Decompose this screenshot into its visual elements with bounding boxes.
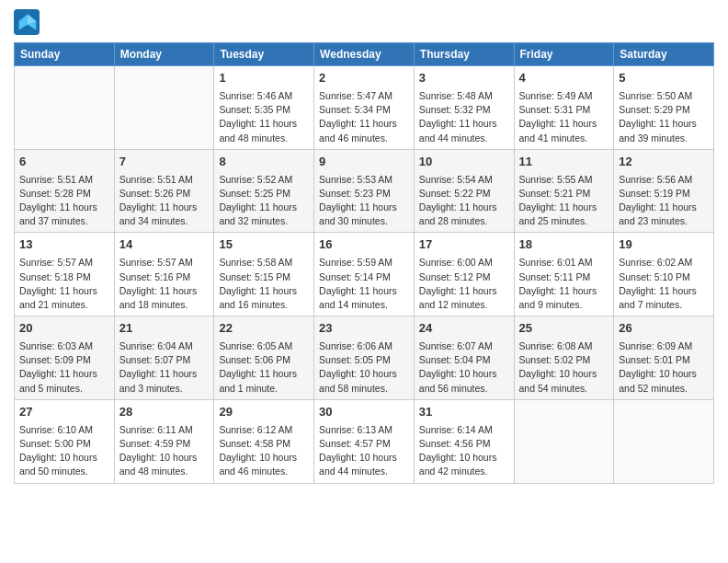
calendar-cell: 2Sunrise: 5:47 AMSunset: 5:34 PMDaylight… xyxy=(314,66,415,150)
col-header-monday: Monday xyxy=(114,43,214,66)
day-info: Daylight: 11 hours and 21 minutes. xyxy=(19,284,109,312)
calendar-cell: 27Sunrise: 6:10 AMSunset: 5:00 PMDayligh… xyxy=(15,399,115,483)
day-number: 29 xyxy=(219,404,309,421)
day-info: Sunset: 5:10 PM xyxy=(619,270,709,284)
day-info: Sunrise: 5:51 AM xyxy=(19,173,109,187)
day-info: Daylight: 11 hours and 32 minutes. xyxy=(219,201,309,228)
calendar-cell: 31Sunrise: 6:14 AMSunset: 4:56 PMDayligh… xyxy=(414,399,514,483)
day-info: Daylight: 11 hours and 14 minutes. xyxy=(319,284,409,312)
day-info: Sunset: 4:56 PM xyxy=(419,437,509,451)
day-info: Daylight: 11 hours and 3 minutes. xyxy=(119,367,210,395)
col-header-thursday: Thursday xyxy=(414,43,514,66)
day-info: Sunset: 5:31 PM xyxy=(519,103,609,117)
day-info: Daylight: 11 hours and 25 minutes. xyxy=(519,201,609,228)
day-number: 31 xyxy=(419,404,509,421)
day-info: Daylight: 10 hours and 48 minutes. xyxy=(119,451,210,478)
day-info: Daylight: 11 hours and 46 minutes. xyxy=(319,117,409,144)
calendar-cell: 24Sunrise: 6:07 AMSunset: 5:04 PMDayligh… xyxy=(414,316,514,400)
day-info: Sunset: 5:11 PM xyxy=(519,270,609,284)
calendar-cell xyxy=(614,399,714,483)
day-info: Sunset: 4:57 PM xyxy=(319,437,409,451)
day-info: Sunrise: 6:12 AM xyxy=(219,423,309,437)
day-info: Sunrise: 5:47 AM xyxy=(319,89,409,103)
day-info: Daylight: 10 hours and 50 minutes. xyxy=(19,451,109,478)
day-info: Daylight: 11 hours and 7 minutes. xyxy=(619,284,709,312)
day-number: 30 xyxy=(319,404,409,421)
day-number: 15 xyxy=(219,236,309,254)
day-info: Sunset: 5:09 PM xyxy=(19,353,109,367)
calendar-cell xyxy=(514,399,614,483)
day-info: Sunrise: 5:50 AM xyxy=(619,89,709,103)
day-info: Sunrise: 6:03 AM xyxy=(19,339,109,353)
day-info: Sunset: 5:12 PM xyxy=(419,270,509,284)
day-number: 3 xyxy=(419,70,509,87)
day-info: Sunset: 5:35 PM xyxy=(219,103,309,117)
calendar-cell: 10Sunrise: 5:54 AMSunset: 5:22 PMDayligh… xyxy=(414,149,514,233)
calendar-cell: 3Sunrise: 5:48 AMSunset: 5:32 PMDaylight… xyxy=(414,66,514,150)
day-info: Sunrise: 5:52 AM xyxy=(219,173,309,187)
calendar-cell: 29Sunrise: 6:12 AMSunset: 4:58 PMDayligh… xyxy=(214,399,314,483)
calendar-cell: 9Sunrise: 5:53 AMSunset: 5:23 PMDaylight… xyxy=(314,149,415,233)
calendar-cell: 15Sunrise: 5:58 AMSunset: 5:15 PMDayligh… xyxy=(214,233,314,316)
day-number: 7 xyxy=(119,154,210,171)
calendar-cell: 23Sunrise: 6:06 AMSunset: 5:05 PMDayligh… xyxy=(314,316,415,400)
calendar-cell: 4Sunrise: 5:49 AMSunset: 5:31 PMDaylight… xyxy=(514,66,614,150)
day-info: Sunset: 5:14 PM xyxy=(319,270,409,284)
calendar-cell: 13Sunrise: 5:57 AMSunset: 5:18 PMDayligh… xyxy=(15,233,115,316)
day-info: Sunrise: 6:04 AM xyxy=(119,339,210,353)
day-info: Sunrise: 5:46 AM xyxy=(219,89,309,103)
day-info: Sunrise: 5:48 AM xyxy=(419,89,509,103)
day-info: Daylight: 11 hours and 18 minutes. xyxy=(119,284,210,312)
day-info: Daylight: 11 hours and 37 minutes. xyxy=(19,201,109,228)
calendar-week-5: 27Sunrise: 6:10 AMSunset: 5:00 PMDayligh… xyxy=(15,399,714,483)
calendar-cell: 20Sunrise: 6:03 AMSunset: 5:09 PMDayligh… xyxy=(15,316,115,400)
day-info: Sunrise: 5:51 AM xyxy=(119,173,210,187)
calendar-week-2: 6Sunrise: 5:51 AMSunset: 5:28 PMDaylight… xyxy=(15,149,714,233)
day-number: 18 xyxy=(519,236,609,254)
calendar-cell: 12Sunrise: 5:56 AMSunset: 5:19 PMDayligh… xyxy=(614,149,714,233)
day-info: Sunrise: 6:05 AM xyxy=(219,339,309,353)
calendar-cell: 5Sunrise: 5:50 AMSunset: 5:29 PMDaylight… xyxy=(614,66,714,150)
day-info: Daylight: 11 hours and 12 minutes. xyxy=(419,284,509,312)
day-number: 10 xyxy=(419,154,509,171)
day-number: 28 xyxy=(119,404,210,421)
day-number: 5 xyxy=(619,70,709,87)
calendar-cell: 6Sunrise: 5:51 AMSunset: 5:28 PMDaylight… xyxy=(15,149,115,233)
day-info: Daylight: 10 hours and 54 minutes. xyxy=(519,367,609,395)
day-info: Sunset: 5:04 PM xyxy=(419,353,509,367)
day-number: 19 xyxy=(619,236,709,254)
day-info: Daylight: 11 hours and 34 minutes. xyxy=(119,201,210,228)
day-number: 23 xyxy=(319,320,409,338)
day-info: Sunrise: 6:01 AM xyxy=(519,256,609,270)
day-info: Sunrise: 5:59 AM xyxy=(319,256,409,270)
day-info: Daylight: 11 hours and 39 minutes. xyxy=(619,117,709,144)
day-info: Sunset: 5:06 PM xyxy=(219,353,309,367)
day-info: Sunset: 4:59 PM xyxy=(119,437,210,451)
day-info: Sunset: 5:02 PM xyxy=(519,353,609,367)
day-number: 1 xyxy=(219,70,309,87)
logo-icon xyxy=(14,9,40,35)
day-info: Sunset: 5:34 PM xyxy=(319,103,409,117)
day-number: 26 xyxy=(619,320,709,338)
day-info: Sunset: 5:18 PM xyxy=(19,270,109,284)
day-info: Sunrise: 5:55 AM xyxy=(519,173,609,187)
day-info: Sunset: 5:26 PM xyxy=(119,187,210,201)
day-info: Sunrise: 6:06 AM xyxy=(319,339,409,353)
calendar-cell: 1Sunrise: 5:46 AMSunset: 5:35 PMDaylight… xyxy=(214,66,314,150)
day-info: Daylight: 11 hours and 30 minutes. xyxy=(319,201,409,228)
day-info: Sunrise: 5:57 AM xyxy=(19,256,109,270)
day-number: 2 xyxy=(319,70,409,87)
day-number: 25 xyxy=(519,320,609,338)
col-header-wednesday: Wednesday xyxy=(314,43,415,66)
day-info: Sunrise: 6:11 AM xyxy=(119,423,210,437)
day-info: Daylight: 10 hours and 42 minutes. xyxy=(419,451,509,478)
page-header xyxy=(14,9,714,35)
day-info: Sunset: 5:15 PM xyxy=(219,270,309,284)
day-number: 17 xyxy=(419,236,509,254)
day-info: Sunrise: 5:57 AM xyxy=(119,256,210,270)
calendar-cell: 21Sunrise: 6:04 AMSunset: 5:07 PMDayligh… xyxy=(114,316,214,400)
day-info: Daylight: 11 hours and 1 minute. xyxy=(219,367,309,395)
calendar-cell: 7Sunrise: 5:51 AMSunset: 5:26 PMDaylight… xyxy=(114,149,214,233)
day-info: Sunset: 5:07 PM xyxy=(119,353,210,367)
day-number: 24 xyxy=(419,320,509,338)
